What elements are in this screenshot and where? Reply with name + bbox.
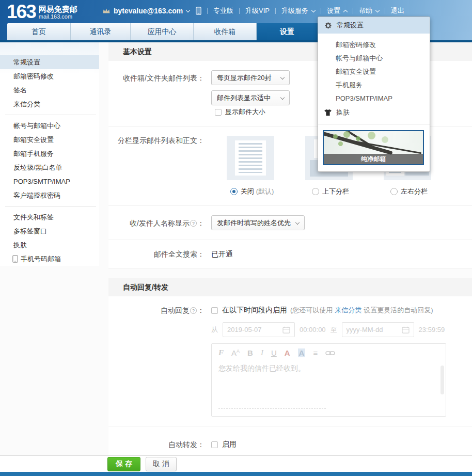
radio-checked-icon xyxy=(230,188,238,195)
menu-item-password-change[interactable]: 邮箱密码修改 xyxy=(318,38,430,52)
nav-settings[interactable]: 设置 xyxy=(327,6,347,15)
auto-forward-checkbox[interactable] xyxy=(211,441,218,448)
sidebar-item-client-auth-password[interactable]: 客户端授权密码 xyxy=(0,188,99,202)
menu-item-security-settings[interactable]: 邮箱安全设置 xyxy=(318,65,430,78)
cancel-button[interactable]: 取 消 xyxy=(146,457,177,471)
help-icon[interactable]: ? xyxy=(190,220,197,227)
nav-upgrade-vip[interactable]: 升级VIP xyxy=(245,6,270,15)
editor-scrollbar[interactable] xyxy=(440,366,444,394)
menu-divider xyxy=(318,124,430,124)
fulltext-search-status: 已开通 xyxy=(211,250,233,258)
list-density-select[interactable]: 邮件列表显示适中 xyxy=(211,90,290,105)
nav-separator xyxy=(207,8,208,14)
sidebar-item-multi-tab[interactable]: 多标签窗口 xyxy=(0,224,99,238)
to-time: 23:59:59 xyxy=(419,326,445,334)
calendar-icon xyxy=(402,326,410,334)
nav-pro-version[interactable]: 专业版 xyxy=(213,6,233,15)
sidebar-item-antispam[interactable]: 反垃圾/黑白名单 xyxy=(0,161,99,174)
menu-item-general-settings[interactable]: 常规设置 xyxy=(318,17,430,34)
split-pane-label: 分栏显示邮件列表和正文： xyxy=(108,136,204,196)
radio-split-vertical[interactable]: 左右分栏 xyxy=(387,187,428,196)
menu-item-pop3-smtp-imap[interactable]: POP3/SMTP/IMAP xyxy=(318,92,430,105)
from-time: 00:00:00 xyxy=(300,326,326,334)
sidebar-item-incoming-rules[interactable]: 来信分类 xyxy=(0,97,99,111)
incoming-rules-link[interactable]: 来信分类 xyxy=(335,306,361,314)
sidebar-item-password-change[interactable]: 邮箱密码修改 xyxy=(0,69,99,83)
auto-forward-label: 自动转发： xyxy=(108,440,204,449)
per-page-select[interactable]: 每页显示邮件20封 xyxy=(211,70,290,85)
auto-forward-enable-label[interactable]: 启用 xyxy=(222,440,237,449)
sidebar-divider xyxy=(5,206,96,207)
auto-reply-checkbox[interactable] xyxy=(211,307,218,314)
radio-icon xyxy=(312,188,319,195)
settings-sidebar: 常规设置 邮箱密码修改 签名 来信分类 帐号与邮箱中心 邮箱安全设置 邮箱手机服… xyxy=(0,42,99,266)
mail-settings-page: 163 网易免费邮 mail.163.com bytevalue@163.com… xyxy=(0,0,472,476)
radio-split-horizontal[interactable]: 上下分栏 xyxy=(309,187,349,196)
mobile-icon[interactable] xyxy=(196,7,201,15)
menu-item-mobile-services[interactable]: 手机服务 xyxy=(318,78,430,92)
settings-dropdown-menu: 常规设置 邮箱密码修改 帐号与邮箱中心 邮箱安全设置 手机服务 POP3/SMT… xyxy=(318,17,430,172)
chevron-down-icon xyxy=(295,220,300,225)
tab-app-center[interactable]: 应用中心 xyxy=(131,23,194,40)
bottom-strip xyxy=(0,472,472,476)
chevron-down-icon xyxy=(280,75,285,80)
sidebar-item-signature[interactable]: 签名 xyxy=(0,83,99,97)
sidebar-item-security-settings[interactable]: 邮箱安全设置 xyxy=(0,133,99,147)
menu-item-change-skin[interactable]: 换肤 xyxy=(318,105,430,120)
highlight-color-icon: A xyxy=(298,348,306,357)
skin-preview[interactable]: 纯净邮箱 xyxy=(323,130,424,165)
to-date-input: yyyy-MM-dd xyxy=(342,322,414,337)
logo-title: 网易免费邮 xyxy=(39,5,77,13)
auto-reply-forward-section: 自动回复/转发 自动回复?： 在以下时间段内启用 (您还可以使用来信分类设置更灵… xyxy=(108,278,472,458)
account-menu[interactable]: bytevalue@163.com xyxy=(102,0,201,22)
tab-home[interactable]: 首页 xyxy=(7,23,71,40)
align-icon: ≡ xyxy=(313,348,318,357)
sidebar-divider xyxy=(5,115,96,115)
logo-163[interactable]: 163 网易免费邮 mail.163.com xyxy=(7,2,77,22)
sidebar-item-change-skin[interactable]: 换肤 xyxy=(0,238,99,252)
save-button[interactable]: 保 存 xyxy=(107,457,140,471)
sidebar-item-mobile-services[interactable]: 邮箱手机服务 xyxy=(0,147,99,161)
radio-split-off[interactable]: 关闭 (默认) xyxy=(227,187,274,196)
nav-help[interactable]: 帮助 xyxy=(359,6,379,15)
chevron-down-icon xyxy=(186,8,190,12)
auto-reply-enable-label[interactable]: 在以下时间段内启用 xyxy=(222,306,287,315)
tab-contacts[interactable]: 通讯录 xyxy=(71,23,131,40)
show-mail-size-checkbox[interactable]: 显示邮件大小 xyxy=(211,107,290,117)
auto-reply-label: 自动回复?： xyxy=(108,306,204,417)
skin-art-leaves xyxy=(333,134,338,139)
nav-logout[interactable]: 退出 xyxy=(391,6,404,15)
name-display-label: 收/发件人名称显示?： xyxy=(108,215,204,230)
sidebar-item-folders-labels[interactable]: 文件夹和标签 xyxy=(0,210,99,224)
tab-inbox[interactable]: 收件箱 xyxy=(194,23,257,40)
phone-icon xyxy=(12,255,18,263)
auto-reply-row: 自动回复?： 在以下时间段内启用 (您还可以使用来信分类设置更灵活的自动回复) … xyxy=(108,296,472,426)
tab-settings-label: 设置 xyxy=(257,23,318,40)
logo-domain: mail.163.com xyxy=(39,13,77,20)
bold-icon: B xyxy=(247,348,253,357)
to-label: 至 xyxy=(331,325,337,335)
nav-upgrade-services[interactable]: 升级服务 xyxy=(281,6,315,15)
link-icon xyxy=(325,350,335,356)
calendar-icon xyxy=(282,326,290,334)
sidebar-item-account-center[interactable]: 帐号与邮箱中心 xyxy=(0,119,99,133)
help-icon[interactable]: ? xyxy=(190,307,197,314)
sidebar-item-general-settings[interactable]: 常规设置 xyxy=(0,55,99,69)
name-display-row: 收/发件人名称显示?： 发邮件时填写的姓名优先 xyxy=(108,206,472,240)
section-title-auto: 自动回复/转发 xyxy=(108,278,472,296)
chevron-down-icon xyxy=(375,8,380,12)
layout-preview-off[interactable] xyxy=(227,136,274,180)
sidebar-item-pop3-smtp-imap[interactable]: POP3/SMTP/IMAP xyxy=(0,174,99,188)
menu-item-account-center[interactable]: 帐号与邮箱中心 xyxy=(318,52,430,65)
auto-reply-period: 从 2019-05-07 00:00:00 至 yyyy-MM-dd 23:59… xyxy=(211,322,446,337)
action-footer: 保 存 取 消 xyxy=(0,455,472,472)
nav-separator xyxy=(275,8,276,14)
from-date-input: 2019-05-07 xyxy=(223,322,295,337)
account-email: bytevalue@163.com xyxy=(114,7,183,15)
nav-separator xyxy=(239,8,240,14)
signature-divider xyxy=(218,408,326,409)
nav-separator xyxy=(353,8,353,14)
sidebar-item-mobile-number-mail[interactable]: 手机号码邮箱 xyxy=(0,252,99,266)
name-display-select[interactable]: 发邮件时填写的姓名优先 xyxy=(211,215,305,230)
chevron-down-icon xyxy=(280,96,285,100)
